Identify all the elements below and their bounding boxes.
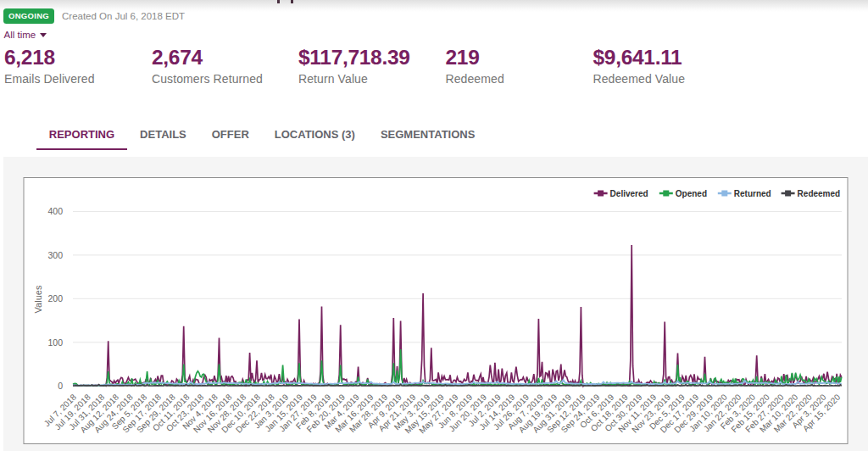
svg-text:100: 100 (47, 337, 63, 348)
svg-text:Returned: Returned (734, 189, 771, 198)
svg-text:200: 200 (47, 293, 63, 303)
svg-text:0: 0 (58, 381, 63, 391)
svg-text:Delivered: Delivered (610, 189, 648, 198)
svg-text:Opened: Opened (676, 189, 707, 198)
svg-text:400: 400 (47, 206, 63, 216)
svg-text:Values: Values (33, 285, 43, 313)
svg-text:300: 300 (47, 250, 63, 260)
svg-text:Redeemed: Redeemed (798, 189, 841, 198)
